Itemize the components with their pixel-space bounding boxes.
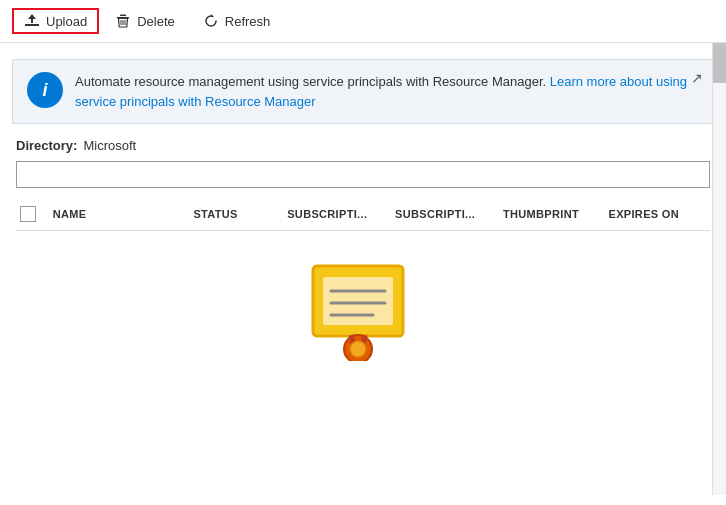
delete-icon: [115, 13, 131, 29]
col-header-subscription1: SUBSCRIPTI...: [283, 198, 391, 231]
col-header-thumbprint: THUMBPRINT: [499, 198, 604, 231]
info-banner: i Automate resource management using ser…: [12, 59, 714, 124]
upload-button[interactable]: Upload: [12, 8, 99, 34]
svg-rect-4: [120, 15, 126, 17]
refresh-label: Refresh: [225, 14, 271, 29]
col-header-status: STATUS: [189, 198, 283, 231]
directory-row: Directory: Microsoft: [0, 124, 726, 161]
banner-main-text: Automate resource management using servi…: [75, 74, 546, 89]
svg-rect-0: [25, 24, 39, 26]
search-row: [0, 161, 726, 198]
col-header-subscription2: SUBSCRIPTI...: [391, 198, 499, 231]
svg-rect-10: [323, 277, 393, 325]
certificate-icon: [303, 261, 423, 361]
select-all-checkbox[interactable]: [20, 206, 36, 222]
empty-state: [0, 231, 726, 381]
table-container: NAME STATUS SUBSCRIPTI... SUBSCRIPTI... …: [0, 198, 726, 231]
refresh-icon: [203, 13, 219, 29]
svg-marker-8: [211, 14, 214, 17]
banner-text: Automate resource management using servi…: [75, 72, 699, 111]
search-input[interactable]: [16, 161, 710, 188]
upload-label: Upload: [46, 14, 87, 29]
delete-button[interactable]: Delete: [103, 8, 187, 34]
table-header-row: NAME STATUS SUBSCRIPTI... SUBSCRIPTI... …: [16, 198, 710, 231]
certificates-table: NAME STATUS SUBSCRIPTI... SUBSCRIPTI... …: [16, 198, 710, 231]
directory-label: Directory:: [16, 138, 77, 153]
external-link-icon[interactable]: ↗: [691, 70, 703, 86]
scrollbar-thumb[interactable]: [713, 43, 726, 83]
directory-value: Microsoft: [83, 138, 136, 153]
toolbar: Upload Delete Refresh: [0, 0, 726, 43]
info-icon: i: [27, 72, 63, 108]
info-letter: i: [42, 80, 47, 101]
col-header-name: NAME: [49, 198, 190, 231]
delete-label: Delete: [137, 14, 175, 29]
main-content: i Automate resource management using ser…: [0, 43, 726, 495]
svg-point-17: [350, 341, 366, 357]
svg-marker-2: [28, 14, 36, 19]
refresh-button[interactable]: Refresh: [191, 8, 283, 34]
col-header-expires: EXPIRES ON: [604, 198, 710, 231]
select-all-header[interactable]: [16, 198, 49, 231]
scrollbar[interactable]: [712, 43, 726, 495]
upload-icon: [24, 13, 40, 29]
